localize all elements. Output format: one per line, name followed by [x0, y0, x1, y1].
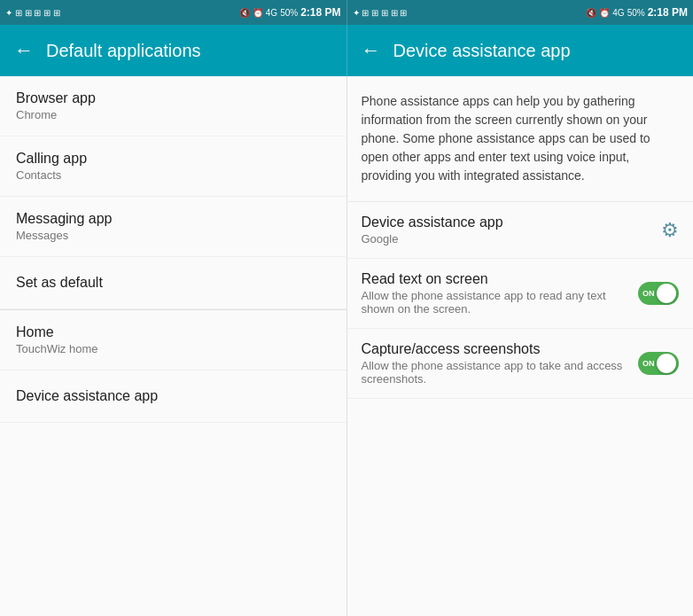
capture-toggle-knob — [657, 354, 676, 373]
mute-icon: 🔇 — [239, 8, 250, 18]
mute-icon-right: 🔇 — [586, 8, 596, 18]
notification-icons-right: ✦ ⊞ ⊞ ⊞ ⊞ ⊞ — [353, 8, 408, 18]
right-header-title: Device assistance app — [393, 41, 571, 61]
read-text-toggle-label: ON — [642, 289, 655, 298]
gear-icon[interactable]: ⚙ — [661, 219, 679, 242]
home-title: Home — [16, 324, 331, 340]
read-text-toggle[interactable]: ON — [638, 282, 679, 305]
alarm-icon: ⏰ — [253, 8, 263, 18]
menu-item-calling-app[interactable]: Calling app Contacts — [0, 136, 346, 197]
read-text-row[interactable]: Read text on screen Allow the phone assi… — [347, 259, 694, 329]
left-panel: Browser app Chrome Calling app Contacts … — [0, 76, 347, 616]
menu-item-set-as-default[interactable]: Set as default — [0, 257, 346, 309]
description-text: Phone assistance apps can help you by ga… — [362, 92, 680, 185]
main-container: Browser app Chrome Calling app Contacts … — [0, 76, 693, 616]
back-button-left[interactable]: ← — [14, 39, 34, 62]
capture-screenshots-title: Capture/access screenshots — [362, 341, 639, 357]
capture-screenshots-row[interactable]: Capture/access screenshots Allow the pho… — [347, 329, 694, 399]
system-icons-right: 🔇 ⏰ 4G 50% 2:18 PM — [586, 6, 688, 19]
messaging-app-subtitle: Messages — [16, 229, 331, 242]
device-assistance-row[interactable]: Device assistance app Google ⚙ — [347, 202, 694, 259]
system-icons-left: 🔇 ⏰ 4G 50% 2:18 PM — [239, 6, 341, 19]
menu-item-messaging-app[interactable]: Messaging app Messages — [0, 197, 346, 257]
menu-item-browser-app[interactable]: Browser app Chrome — [0, 76, 346, 136]
home-subtitle: TouchWiz home — [16, 342, 331, 355]
header-container: ← Default applications ← Device assistan… — [0, 25, 693, 76]
back-button-right[interactable]: ← — [362, 39, 381, 62]
description-block: Phone assistance apps can help you by ga… — [347, 76, 694, 202]
notification-icons-left: ✦ ⊞ ⊞ ⊞ ⊞ ⊞ — [5, 8, 60, 18]
capture-screenshots-content: Capture/access screenshots Allow the pho… — [362, 341, 639, 386]
calling-app-title: Calling app — [16, 151, 331, 167]
read-text-content: Read text on screen Allow the phone assi… — [362, 271, 639, 316]
time-right: 2:18 PM — [648, 6, 688, 19]
left-header-title: Default applications — [46, 41, 201, 61]
time-left: 2:18 PM — [300, 6, 340, 19]
calling-app-subtitle: Contacts — [16, 168, 331, 182]
capture-toggle-label: ON — [642, 359, 655, 368]
read-text-toggle-knob — [657, 284, 676, 303]
alarm-icon-right: ⏰ — [599, 8, 610, 18]
device-assistance-title: Device assistance app — [362, 214, 662, 230]
messaging-app-title: Messaging app — [16, 211, 331, 227]
browser-app-title: Browser app — [16, 90, 331, 106]
signal-right: 4G — [612, 8, 624, 18]
left-header: ← Default applications — [0, 25, 346, 76]
status-bar-left: ✦ ⊞ ⊞ ⊞ ⊞ ⊞ 🔇 ⏰ 4G 50% 2:18 PM — [0, 0, 346, 25]
status-bar-container: ✦ ⊞ ⊞ ⊞ ⊞ ⊞ 🔇 ⏰ 4G 50% 2:18 PM ✦ ⊞ ⊞ ⊞ ⊞… — [0, 0, 693, 25]
read-text-subtitle: Allow the phone assistance app to read a… — [362, 289, 639, 316]
set-as-default-title: Set as default — [16, 275, 331, 291]
capture-screenshots-toggle[interactable]: ON — [638, 352, 679, 375]
status-icons-left: ✦ ⊞ ⊞ ⊞ ⊞ ⊞ — [5, 8, 60, 18]
read-text-title: Read text on screen — [362, 271, 639, 287]
device-assistance-content: Device assistance app Google — [362, 214, 662, 246]
right-header: ← Device assistance app — [346, 25, 694, 76]
menu-item-home[interactable]: Home TouchWiz home — [0, 310, 346, 370]
browser-app-subtitle: Chrome — [16, 108, 331, 121]
menu-item-device-assistance[interactable]: Device assistance app — [0, 370, 346, 423]
battery-left: 50% — [280, 8, 298, 18]
right-panel: Phone assistance apps can help you by ga… — [347, 76, 694, 616]
battery-right: 50% — [627, 8, 645, 18]
signal-left: 4G — [266, 8, 277, 18]
device-assistance-left-title: Device assistance app — [16, 388, 331, 404]
device-assistance-subtitle: Google — [362, 232, 662, 246]
status-bar-right: ✦ ⊞ ⊞ ⊞ ⊞ ⊞ 🔇 ⏰ 4G 50% 2:18 PM — [346, 0, 694, 25]
capture-screenshots-subtitle: Allow the phone assistance app to take a… — [362, 359, 639, 386]
